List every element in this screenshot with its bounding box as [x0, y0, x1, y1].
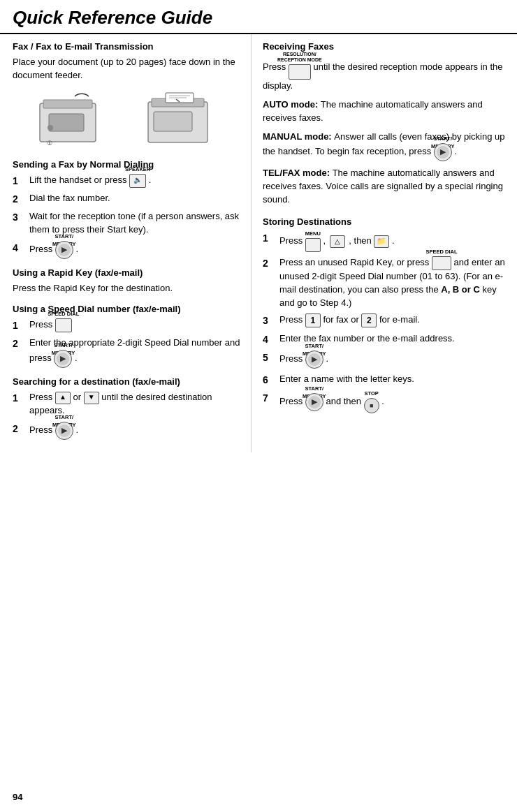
start-key-sd2: ▶ — [54, 350, 72, 368]
step-st-5-num: 5 — [263, 350, 275, 364]
speaker-key: 🔈 — [129, 174, 146, 188]
fax-diagram: ① — [13, 88, 241, 151]
speed-dial-key-st2 — [432, 256, 451, 270]
start-key-st7: ▶ — [305, 393, 323, 411]
menu-key — [305, 238, 321, 252]
page-title: Quick Reference Guide — [0, 0, 517, 34]
search-section: Searching for a destination (fax/e-mail)… — [13, 376, 241, 440]
start-key-wrap-st7: START/MEMORY ▶ — [305, 393, 323, 411]
start-key-inner-sr2: ▶ — [58, 425, 71, 437]
start-key-inner-sd2: ▶ — [57, 353, 69, 365]
step-nd-2-num: 2 — [13, 192, 25, 206]
menu-label: MENU — [305, 230, 321, 238]
page-container: Quick Reference Guide Fax / Fax to E-mai… — [0, 0, 517, 812]
start-arrow-nd4: ▶ — [61, 244, 67, 256]
tel-fax-title: TEL/FAX mode: — [263, 168, 333, 178]
step-sr-1-num: 1 — [13, 391, 25, 405]
speaker-label: SPEAKER — [125, 166, 150, 174]
step-nd-3-num: 3 — [13, 210, 25, 224]
nav-down-key: ▼ — [84, 392, 99, 404]
step-nd-1-num: 1 — [13, 174, 25, 188]
svg-text:①: ① — [47, 140, 52, 147]
step-st-2: 2 Press an unused Rapid Key, or press SP… — [263, 256, 507, 310]
speed-dial-key-wrap-st2: SPEED DIAL — [432, 256, 451, 270]
resolution-label: RESOLUTION/RECEPTION MODE — [277, 52, 322, 62]
start-arrow-st7: ▶ — [312, 397, 317, 408]
rapid-key-title: Using a Rapid Key (fax/e-mail) — [13, 267, 241, 278]
step-st-1: 1 Press MENU , △ , then 📁 . — [263, 231, 507, 252]
step-st-2-num: 2 — [263, 256, 275, 270]
start-key-wrap-st5: START/MEMORY ▶ — [305, 350, 323, 369]
step-st-3: 3 Press 1 for fax or 2 for e-mail. — [263, 313, 507, 327]
step-nd-3: 3 Wait for the reception tone (if a pers… — [13, 210, 241, 237]
left-column: Fax / Fax to E-mail Transmission Place y… — [0, 34, 252, 452]
start-key-sr2: ▶ — [55, 422, 73, 440]
receiving-intro-para: Press RESOLUTION/RECEPTION MODE until th… — [263, 56, 507, 93]
step-st-3-num: 3 — [263, 313, 275, 327]
start-arrow-st5: ▶ — [312, 354, 317, 365]
step-sd-1: 1 Press SPEED DIAL — [13, 318, 241, 332]
speaker-key-wrap: SPEAKER 🔈 — [129, 174, 146, 188]
step-st-4-num: 4 — [263, 332, 275, 346]
step-sr-2-num: 2 — [13, 422, 25, 436]
stop-key-st7: ■ — [364, 398, 379, 413]
speed-dial-label-1: SPEED DIAL — [48, 311, 79, 318]
nav-up-key: ▲ — [55, 392, 71, 404]
start-key-st5: ▶ — [305, 350, 323, 369]
step-nd-2: 2 Dial the fax number. — [13, 192, 241, 206]
step-sd-1-content: Press SPEED DIAL — [29, 318, 241, 332]
start-key-wrap-manual: START/MEMORY ▶ — [434, 143, 452, 161]
normal-dial-section: Sending a Fax by Normal Dialing 1 Lift t… — [13, 159, 241, 259]
start-key-inner-st5: ▶ — [308, 353, 321, 366]
step-sd-2-content: Enter the appropriate 2-digit Speed Dial… — [29, 337, 241, 368]
key-1: 1 — [305, 313, 321, 327]
stop-label-st7: STOP — [365, 390, 379, 398]
rapid-key-section: Using a Rapid Key (fax/e-mail) Press the… — [13, 267, 241, 295]
step-st-5: 5 Press START/MEMORY ▶ . — [263, 350, 507, 369]
step-st-2-content: Press an unused Rapid Key, or press SPEE… — [279, 256, 507, 310]
auto-mode-para: AUTO mode: The machine automatically ans… — [263, 98, 507, 125]
nav-key-st1: △ — [330, 235, 345, 248]
resolution-key-wrap: RESOLUTION/RECEPTION MODE — [289, 64, 311, 80]
start-key-wrap-sd2: START/MEMORY ▶ — [54, 350, 72, 368]
svg-rect-1 — [43, 100, 92, 108]
start-key-nd4: ▶ — [55, 241, 73, 259]
folder-key: 📁 — [374, 235, 389, 248]
stop-key-wrap-st7: STOP ■ — [364, 398, 379, 413]
manual-mode-title: MANUAL mode: — [263, 131, 334, 142]
fax-email-title: Fax / Fax to E-mail Transmission — [13, 41, 241, 52]
step-st-1-content: Press MENU , △ , then 📁 . — [279, 231, 507, 252]
menu-key-wrap: MENU — [305, 238, 321, 252]
step-st-7-content: Press START/MEMORY ▶ and then STOP — [279, 391, 507, 413]
start-key-inner-st7: ▶ — [308, 396, 321, 408]
resolution-key — [289, 64, 311, 80]
search-steps: 1 Press ▲ or ▼ until the desired destina… — [13, 391, 241, 440]
start-arrow-manual: ▶ — [440, 147, 446, 158]
step-st-4: 4 Enter the fax number or the e-mail add… — [263, 332, 507, 346]
step-st-3-content: Press 1 for fax or 2 for e-mail. — [279, 313, 507, 327]
step-nd-4-num: 4 — [13, 241, 25, 255]
storing-steps: 1 Press MENU , △ , then 📁 . — [263, 231, 507, 413]
content-area: Fax / Fax to E-mail Transmission Place y… — [0, 34, 517, 452]
speed-dial-steps: 1 Press SPEED DIAL 2 Enter the ap — [13, 318, 241, 368]
step-nd-2-content: Dial the fax number. — [29, 192, 241, 205]
step-st-6-num: 6 — [263, 373, 275, 387]
speed-dial-label-st2: SPEED DIAL — [425, 249, 457, 256]
speed-dial-key-1 — [55, 318, 72, 332]
step-nd-4: 4 Press START/MEMORY ▶ — [13, 241, 241, 259]
speed-dial-title: Using a Speed Dial number (fax/e-mail) — [13, 304, 241, 314]
start-key-inner-nd4: ▶ — [58, 244, 71, 256]
rapid-key-text: Press the Rapid Key for the destination. — [13, 282, 241, 295]
step-sr-2-content: Press START/MEMORY ▶ . — [29, 422, 241, 440]
step-sd-2-num: 2 — [13, 337, 25, 350]
svg-point-3 — [48, 125, 53, 131]
auto-mode-title: AUTO mode: — [263, 99, 321, 110]
step-sd-1-num: 1 — [13, 318, 25, 332]
start-arrow-sd2: ▶ — [60, 353, 66, 364]
fax-email-intro: Place your document (up to 20 pages) fac… — [13, 56, 241, 82]
search-title: Searching for a destination (fax/e-mail) — [13, 376, 241, 387]
step-nd-1-content: Lift the handset or press SPEAKER 🔈 . — [29, 174, 241, 188]
start-arrow-sr2: ▶ — [61, 425, 67, 436]
start-key-manual: ▶ — [434, 143, 452, 161]
key-2: 2 — [361, 313, 377, 327]
